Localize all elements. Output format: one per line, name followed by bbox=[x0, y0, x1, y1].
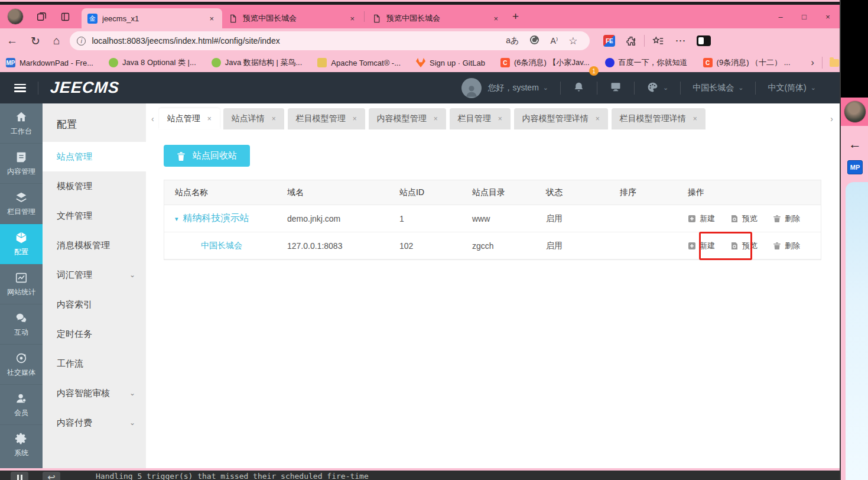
sidebar-toggle-icon[interactable] bbox=[697, 35, 711, 46]
pause-icon[interactable] bbox=[11, 472, 28, 480]
tab-content-model-detail[interactable]: 内容模型管理详情× bbox=[514, 108, 608, 129]
rail-item-social[interactable]: 社交媒体 bbox=[0, 345, 43, 385]
submenu-item-workflow[interactable]: 工作流 bbox=[43, 349, 146, 378]
site-name-link[interactable]: 中国长城会 bbox=[201, 241, 242, 250]
home-icon[interactable]: ⌂ bbox=[53, 34, 60, 47]
delete-action[interactable]: 删除 bbox=[773, 213, 800, 224]
submenu-item-smart-audit[interactable]: 内容智能审核⌄ bbox=[43, 378, 146, 408]
submenu-item-paid-content[interactable]: 内容付费⌄ bbox=[43, 408, 146, 437]
tab-close-icon[interactable]: × bbox=[207, 115, 212, 123]
submenu-item-file-mgmt[interactable]: 文件管理 bbox=[43, 201, 146, 231]
tab-site-detail[interactable]: 站点详情× bbox=[223, 108, 284, 129]
left-arrow-icon[interactable]: ← bbox=[841, 137, 868, 152]
tab-close-icon[interactable]: × bbox=[491, 14, 500, 23]
tab-channel-model[interactable]: 栏目模型管理× bbox=[288, 108, 365, 129]
expand-caret-icon[interactable]: ▾ bbox=[175, 215, 178, 222]
browser-tab-preview-2[interactable]: 预览中国长城会 × bbox=[366, 8, 506, 28]
reload-icon[interactable]: ↻ bbox=[31, 34, 40, 48]
tab-close-icon[interactable]: × bbox=[693, 115, 697, 123]
bookmark-label: Java 8 Optional 类 |... bbox=[122, 57, 196, 68]
submenu-item-vocabulary[interactable]: 词汇管理⌄ bbox=[43, 260, 146, 290]
submenu-item-site-mgmt[interactable]: 站点管理 bbox=[43, 142, 146, 171]
browser-profile-avatar[interactable] bbox=[7, 8, 24, 25]
menu-hamburger-icon[interactable] bbox=[14, 84, 26, 92]
submenu-item-template-mgmt[interactable]: 模板管理 bbox=[43, 171, 146, 201]
tab-channel-mgmt[interactable]: 栏目管理× bbox=[450, 108, 511, 129]
favorites-bar-icon[interactable] bbox=[652, 36, 664, 46]
notifications-bell[interactable]: 1 bbox=[564, 72, 593, 103]
tab-close-icon[interactable]: × bbox=[353, 115, 357, 123]
submenu-item-content-index[interactable]: 内容索引 bbox=[43, 290, 146, 319]
bookmark-baidu[interactable]: 百度一下，你就知道 bbox=[605, 57, 688, 68]
minimize-button[interactable]: – bbox=[769, 5, 792, 28]
rail-item-member[interactable]: 会员 bbox=[0, 385, 43, 425]
site-recycle-button[interactable]: 站点回收站 bbox=[164, 145, 250, 167]
preview-action[interactable]: 预览 bbox=[730, 213, 758, 224]
url-text[interactable]: localhost:8083/jeecms/index.html#/config… bbox=[92, 36, 500, 46]
read-aloud-icon[interactable]: A⁾ bbox=[550, 36, 558, 46]
rail-item-channel[interactable]: 栏目管理 bbox=[0, 184, 43, 224]
preview-action[interactable]: 预览 bbox=[730, 241, 758, 251]
close-button[interactable]: × bbox=[816, 5, 840, 28]
avatar[interactable] bbox=[844, 100, 866, 123]
editor-icon[interactable] bbox=[529, 35, 539, 47]
maximize-button[interactable]: □ bbox=[792, 5, 816, 28]
chevron-down-icon: ⌄ bbox=[129, 419, 135, 427]
bookmark-java-datastruct[interactable]: Java 数据结构 | 菜鸟... bbox=[212, 57, 303, 68]
tab-channel-model-detail[interactable]: 栏目模型管理详情× bbox=[612, 108, 706, 129]
rail-item-system[interactable]: 系统 bbox=[0, 425, 43, 465]
user-menu[interactable]: 您好，system ⌄ bbox=[453, 72, 557, 103]
tab-content-model[interactable]: 内容模型管理× bbox=[369, 108, 446, 129]
rail-item-interaction[interactable]: 互动 bbox=[0, 304, 43, 345]
new-action[interactable]: 新建 bbox=[688, 213, 715, 224]
language-switcher[interactable]: 中文(简体) ⌄ bbox=[759, 72, 840, 103]
rail-item-workbench[interactable]: 工作台 bbox=[0, 103, 43, 144]
rail-label: 系统 bbox=[14, 448, 28, 458]
browser-tab-jeecms[interactable]: 金 jeecms_x1 × bbox=[82, 8, 222, 28]
submenu-item-msg-template[interactable]: 消息模板管理 bbox=[43, 231, 146, 260]
browser-tab-preview-1[interactable]: 预览中国长城会 × bbox=[222, 8, 363, 28]
bookmarks-overflow-icon[interactable]: › bbox=[811, 57, 814, 68]
table-row: ▾精纳科技演示站 demo.jnkj.com 1 www 启用 新建 预览 删除 bbox=[164, 205, 821, 232]
rail-item-content[interactable]: 内容管理 bbox=[0, 144, 43, 184]
tab-close-icon[interactable]: × bbox=[434, 115, 438, 123]
site-switcher[interactable]: 中国长城会 ⌄ bbox=[684, 72, 752, 103]
monitor-button[interactable] bbox=[601, 72, 630, 103]
delete-action[interactable]: 删除 bbox=[773, 241, 800, 251]
soft-wrap-icon[interactable]: ↩ bbox=[43, 472, 60, 480]
tab-close-icon[interactable]: × bbox=[272, 115, 276, 123]
new-action[interactable]: 新建 bbox=[688, 241, 715, 251]
bookmark-csdn-1[interactable]: C(6条消息) 【小家Jav... bbox=[500, 57, 590, 68]
translate-icon[interactable]: aあ bbox=[506, 35, 519, 46]
address-bar[interactable]: i localhost:8083/jeecms/index.html#/conf… bbox=[70, 31, 590, 50]
favorite-star-icon[interactable]: ☆ bbox=[568, 35, 577, 47]
home-icon bbox=[15, 111, 28, 124]
fe-extension-icon[interactable]: FE bbox=[603, 35, 615, 47]
workspaces-icon[interactable] bbox=[35, 11, 47, 22]
rail-item-config[interactable]: 配置 bbox=[0, 224, 43, 264]
extensions-puzzle-icon[interactable] bbox=[626, 35, 636, 46]
rail-item-stats[interactable]: 网站统计 bbox=[0, 264, 43, 304]
site-info-icon[interactable]: i bbox=[77, 37, 86, 46]
tab-close-icon[interactable]: × bbox=[498, 115, 502, 123]
tab-actions-icon[interactable] bbox=[59, 11, 71, 22]
tab-close-icon[interactable]: × bbox=[347, 14, 357, 23]
bookmark-tomcat[interactable]: Apache Tomcat® -... bbox=[317, 58, 401, 67]
bookmark-java-optional[interactable]: Java 8 Optional 类 |... bbox=[109, 57, 196, 68]
back-icon[interactable]: ← bbox=[6, 34, 18, 47]
bookmark-label: (6条消息) 【小家Jav... bbox=[514, 57, 590, 68]
bookmark-gitlab[interactable]: Sign up · GitLab bbox=[416, 58, 485, 67]
theme-menu[interactable]: ⌄ bbox=[638, 72, 677, 103]
new-tab-button[interactable]: + bbox=[512, 10, 519, 23]
settings-dots-icon[interactable]: ⋯ bbox=[675, 34, 685, 47]
tab-close-icon[interactable]: × bbox=[596, 115, 600, 123]
bookmark-markdownpad[interactable]: MPMarkdownPad - Fre... bbox=[6, 58, 93, 67]
markdownpad-taskbar-icon[interactable]: MP bbox=[847, 160, 863, 174]
tabs-scroll-left-icon[interactable]: ‹ bbox=[148, 114, 157, 129]
tab-close-icon[interactable]: × bbox=[207, 14, 216, 23]
submenu-item-scheduled-tasks[interactable]: 定时任务 bbox=[43, 319, 146, 349]
tabs-scroll-right-icon[interactable]: › bbox=[827, 114, 836, 129]
bookmark-csdn-2[interactable]: C(9条消息) （十二） ... bbox=[703, 57, 791, 68]
tab-site-mgmt[interactable]: 站点管理× bbox=[159, 108, 220, 129]
site-name-link[interactable]: 精纳科技演示站 bbox=[183, 213, 249, 223]
